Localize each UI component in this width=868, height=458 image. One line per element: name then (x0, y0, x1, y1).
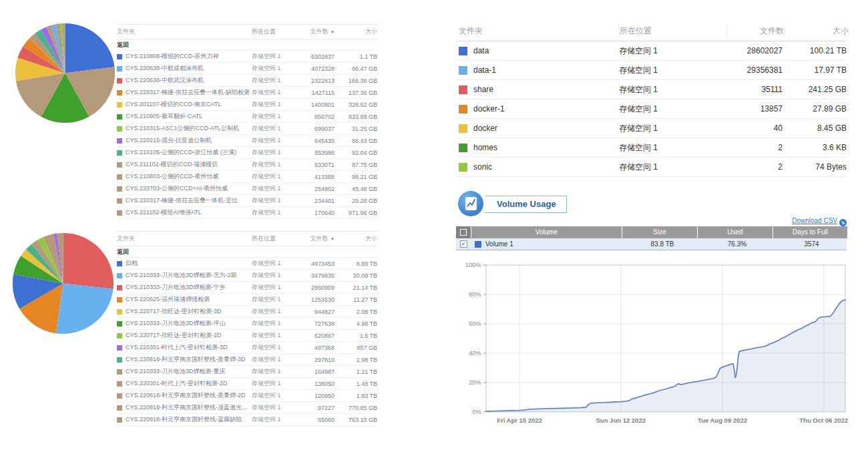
table-row[interactable]: CYS.220818-利元亨南京国轩整线-顶盖激光焊缝-...存储空间 1972… (117, 402, 377, 414)
table-row[interactable]: CYS.220301-时代上汽-密封钉检测-3D存储空间 1487368857 … (117, 342, 377, 354)
table-row[interactable]: 归档存储空间 149734538.89 TB (117, 258, 377, 270)
folder-size-pie-chart-top[interactable] (13, 21, 117, 125)
folder-column-header[interactable]: 文件夹 (117, 234, 252, 243)
size-column-header[interactable]: 大小 (785, 24, 849, 37)
table-row[interactable]: CYS.221102-模组AI增强ATL存储空间 1170640971.96 G… (117, 207, 377, 219)
table-row[interactable]: CYS.220317-楠捷-倍拉去应叠一体机-缺陷检测存储空间 11427115… (117, 87, 377, 99)
volume-used-cell: 76.3% (700, 238, 775, 250)
table-row[interactable]: CYS.220818-利元亨南京国轩整线-质量焊-3D存储空间 12978101… (117, 354, 377, 366)
table-header-row: 文件夹所在位置文件数 ▼大小 (117, 231, 377, 246)
folder-size-pie-chart-bottom[interactable] (11, 231, 116, 336)
table-row[interactable]: CYS.210333-刀片电池3D焊检测-重庆存储空间 11649871.21 … (117, 366, 377, 378)
table-row[interactable]: CYS.220638-中航成都涂布机存储空间 1407232866.47 GB (117, 63, 377, 75)
table-row[interactable]: CYS.220717-欣旺达-密封钉检测-3D存储空间 19448272.08 … (117, 306, 377, 318)
download-csv-link[interactable]: Download CSV (792, 217, 837, 224)
table-row[interactable]: CYS.220301-时代上汽-密封钉检测-2D存储空间 11380501.48… (117, 378, 377, 390)
table-row[interactable]: CYS.201107-模切的CCD-南京CATL存储空间 11400801328… (117, 99, 377, 111)
location-column-header[interactable]: 所在位置 (620, 24, 727, 37)
table-row[interactable]: data-1存储空间 12935638117.97 TB (456, 61, 847, 80)
folder-name: CYS.220317-楠捷-倍拉去应叠一体机-缺陷检测 (126, 88, 250, 97)
size-cell: 1.1 TB (335, 53, 377, 60)
count-column-header-sorted[interactable]: 文件数 ▼ (294, 234, 335, 243)
table-row[interactable]: CYS.220638-中航武汉涂布机存储空间 12322813166.36 GB (117, 75, 377, 87)
table-row[interactable]: CYS.210333-刀片电池3D焊检测-无为-2期存储空间 134798352… (117, 270, 377, 282)
location-cell: 存储空间 1 (252, 415, 294, 424)
table-row[interactable]: docker存储空间 1408.45 GB (456, 119, 847, 138)
table-row[interactable]: CYS.220703-公侧的CCD+AI-衢州恒威存储空间 125480245.… (117, 183, 377, 195)
location-cell: 存储空间 1 (252, 208, 294, 217)
download-csv: Download CSV➜ (768, 217, 847, 226)
count-column-header[interactable]: 文件数 (727, 24, 785, 37)
size-column-header[interactable]: Size (622, 226, 698, 238)
table-row[interactable]: CYS.220818-利元亨南京国轩整线-蓝膜缺陷存储空间 165060763.… (117, 414, 377, 426)
volume-row[interactable]: ✓ Volume 1 83.8 TB 76.3% 3574 (456, 238, 847, 250)
table-row[interactable]: CYS.210803-公侧的CCD-衢州恒威存储空间 141338898.21 … (117, 171, 377, 183)
back-row[interactable]: 返回 (117, 246, 377, 258)
legend-color-chip (117, 138, 122, 144)
table-row[interactable]: sonic存储空间 1274 Bytes (456, 158, 847, 177)
table-row[interactable]: CYS.210333-刀片电池3D焊检测-坪山存储空间 17276384.98 … (117, 318, 377, 330)
table-row[interactable]: CYS.211102-模切的CCD-瑞浦模切存储空间 153307187.75 … (117, 159, 377, 171)
folder-name-cell: CYS.210808-模组的CCD-苏州力神 (117, 52, 252, 61)
table-row[interactable]: homes存储空间 123.6 KB (456, 138, 847, 158)
folder-name: share (473, 85, 493, 94)
table-row[interactable]: CYS.210333-刀片电池3D焊检测-宁乡存储空间 1286090921.1… (117, 282, 377, 294)
table-row[interactable]: share存储空间 135111241.25 GB (456, 80, 847, 99)
volume-column-header[interactable]: Volume (471, 226, 622, 238)
folder-name: CYS.220717-欣旺达-密封钉检测-2D (126, 331, 222, 340)
size-column-header[interactable]: 大小 (335, 27, 377, 36)
volume-legend-chip (475, 241, 481, 248)
legend-color-chip (117, 405, 122, 411)
legend-color-chip (117, 102, 122, 107)
legend-color-chip (117, 345, 122, 351)
table-row[interactable]: CYS.220625-温州瑞浦焊缝检测存储空间 1125353011.27 TB (117, 294, 377, 306)
days-to-full-column-header[interactable]: Days to Full (773, 226, 848, 238)
file-count-cell: 3479835 (294, 272, 335, 279)
legend-color-chip (117, 90, 122, 95)
folder-name-cell: CYS.220818-利元亨南京国轩整线-蓝膜缺陷 (117, 415, 252, 424)
back-row[interactable]: 返回 (117, 39, 377, 51)
file-count-cell: 254802 (294, 186, 335, 192)
volume-row-checkbox[interactable]: ✓ (456, 238, 471, 250)
size-column-header[interactable]: 大小 (335, 234, 377, 243)
folder-name: docker-1 (473, 104, 505, 113)
y-tick-label: 60% (469, 320, 482, 327)
used-column-header[interactable]: Used (698, 226, 773, 238)
table-row[interactable]: docker-1存储空间 11385727.89 GB (456, 99, 847, 119)
file-count-cell: 6302837 (294, 53, 335, 60)
count-column-header-sorted[interactable]: 文件数 ▼ (294, 27, 335, 36)
line-chart-doc-icon (458, 191, 483, 216)
folder-column-header[interactable]: 文件夹 (117, 27, 252, 36)
folder-column-header[interactable]: 文件夹 (456, 24, 620, 37)
location-cell: 存储空间 1 (252, 112, 294, 121)
table-row[interactable]: CYS.210905-极耳翻折-CATL存储空间 1856702833.99 G… (117, 111, 377, 123)
folder-name-cell: CYS.220301-时代上汽-密封钉检测-2D (117, 379, 252, 388)
table-row[interactable]: data存储空间 128602027100.21 TB (456, 41, 847, 61)
file-count-cell: 533071 (294, 162, 335, 168)
table-row[interactable]: CYS.210105-公侧的CCD-浙江恒威 (兰溪)存储空间 15539869… (117, 147, 377, 159)
size-cell: 857 GB (335, 345, 377, 351)
location-cell: 存储空间 1 (252, 172, 294, 181)
file-count-cell: 138050 (294, 381, 335, 387)
location-column-header[interactable]: 所在位置 (252, 27, 294, 36)
pie-slice[interactable] (63, 233, 114, 289)
table-row[interactable]: CYS.220717-欣旺达-密封钉检测-2D存储空间 16208671.6 T… (117, 330, 377, 342)
sort-desc-icon: ▼ (329, 237, 335, 241)
table-row[interactable]: CYS.210808-模组的CCD-苏州力神存储空间 163028371.1 T… (117, 51, 377, 63)
legend-color-chip (117, 357, 122, 363)
folder-name: CYS.201107-模切的CCD-南京CATL (126, 100, 221, 109)
file-count-cell: 553986 (294, 150, 335, 156)
location-cell: 存储空间 1 (252, 379, 294, 388)
folder-name-cell: CYS.220301-时代上汽-密封钉检测-3D (117, 343, 252, 352)
table-row[interactable]: CYS.220215-混合-比亚迪公制机存储空间 164543586.43 GB (117, 135, 377, 147)
select-all-checkbox[interactable] (456, 226, 471, 238)
location-cell: 存储空间 1 (252, 160, 294, 169)
legend-color-chip (117, 78, 122, 83)
pie-slice[interactable] (56, 284, 114, 334)
pie-slice[interactable] (65, 23, 115, 73)
table-row[interactable]: CYS.220317-楠捷-倍拉去应叠一体机-定位存储空间 123440129.… (117, 195, 377, 207)
legend-color-chip (117, 273, 122, 278)
table-row[interactable]: CYS.210315-ASC1公侧的CCD-ATL公制机存储空间 1699037… (117, 123, 377, 135)
table-row[interactable]: CYS.220818-利元亨南京国轩整线-质量焊-2D存储空间 11209501… (117, 390, 377, 402)
location-column-header[interactable]: 所在位置 (252, 234, 294, 243)
